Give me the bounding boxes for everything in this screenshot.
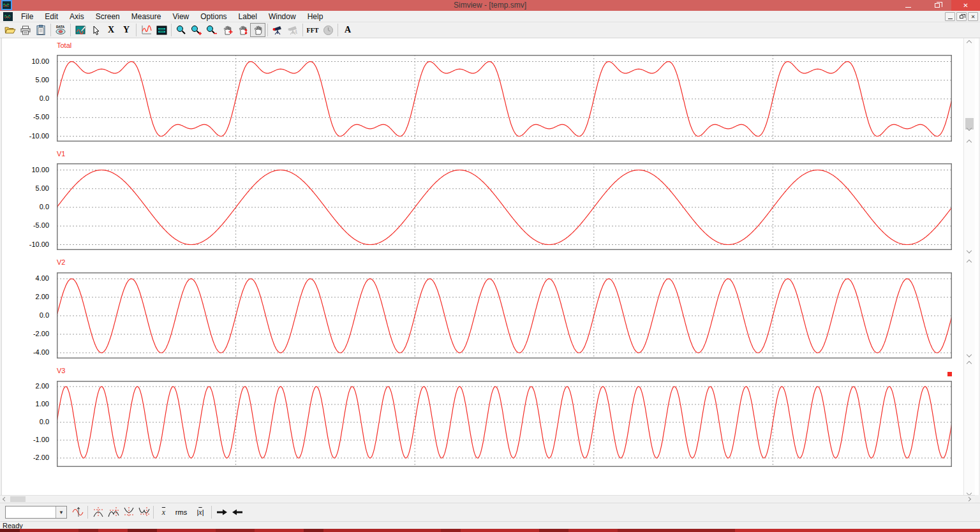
y-tick-label: -10.00 bbox=[29, 132, 49, 140]
scroll-left-icon[interactable] bbox=[3, 497, 7, 501]
document-icon[interactable] bbox=[3, 12, 13, 21]
curve-select-input[interactable] bbox=[6, 506, 56, 518]
plot-v1[interactable] bbox=[57, 163, 952, 250]
svg-text:A: A bbox=[293, 29, 297, 35]
close-button[interactable]: ✕ bbox=[951, 0, 980, 11]
plot-v2[interactable] bbox=[57, 272, 952, 358]
child-minimize-button[interactable] bbox=[945, 12, 955, 21]
plot-title-v1: V1 bbox=[57, 150, 65, 158]
scrollbar-thumb[interactable] bbox=[10, 496, 26, 502]
telescope-icon bbox=[272, 25, 284, 35]
zoom-out-button[interactable] bbox=[204, 23, 219, 37]
fft-button[interactable]: FFT bbox=[305, 23, 320, 37]
menu-screen[interactable]: Screen bbox=[90, 11, 126, 22]
graph-properties-button[interactable] bbox=[73, 23, 88, 37]
add-text-button[interactable]: A bbox=[340, 23, 355, 37]
child-restore-button[interactable] bbox=[956, 12, 967, 21]
scroll-up-icon[interactable] bbox=[967, 260, 972, 265]
y-tick-label: 0.0 bbox=[40, 311, 49, 319]
telescope-gray-icon: A bbox=[287, 25, 299, 35]
zoom-button[interactable] bbox=[174, 23, 189, 37]
clipboard-icon bbox=[36, 25, 45, 35]
measure-button[interactable] bbox=[270, 23, 285, 37]
clock-gray-icon bbox=[323, 25, 334, 36]
print-button[interactable] bbox=[18, 23, 33, 37]
toolbar-separator bbox=[136, 24, 137, 36]
scroll-up-icon[interactable] bbox=[967, 361, 972, 366]
abs-mean-button[interactable]: |x| bbox=[191, 505, 209, 519]
y-tick-label: -5.00 bbox=[33, 221, 49, 229]
y-tick-label: 10.00 bbox=[31, 57, 49, 65]
pan-add-button[interactable] bbox=[219, 23, 235, 37]
menu-window[interactable]: Window bbox=[263, 11, 302, 22]
arrow-left-icon bbox=[232, 508, 243, 516]
combo-dropdown-button[interactable]: ▼ bbox=[56, 506, 66, 518]
curve-select-combo[interactable]: ▼ bbox=[5, 506, 67, 519]
rms-button[interactable]: rms bbox=[172, 505, 191, 519]
find-max-button[interactable] bbox=[91, 505, 105, 519]
find-next-min-button[interactable] bbox=[137, 505, 151, 519]
next-valley-icon bbox=[138, 506, 151, 518]
plot-title-v2: V2 bbox=[57, 258, 65, 266]
toolbar-separator bbox=[267, 24, 268, 36]
menu-measure[interactable]: Measure bbox=[126, 11, 167, 22]
scroll-right-icon[interactable] bbox=[967, 497, 971, 501]
open-folder-icon bbox=[4, 26, 16, 34]
save-data-button[interactable]: DATA bbox=[53, 23, 68, 37]
restore-button[interactable] bbox=[923, 0, 951, 11]
menu-label[interactable]: Label bbox=[233, 11, 263, 22]
menu-axis[interactable]: Axis bbox=[64, 11, 90, 22]
y-tick-label: -2.00 bbox=[33, 454, 49, 461]
y-axis-button[interactable]: Y bbox=[119, 23, 134, 37]
horizontal-scrollbar[interactable] bbox=[0, 495, 975, 503]
child-close-button[interactable]: ✕ bbox=[968, 12, 978, 21]
plot-v3[interactable] bbox=[57, 381, 952, 467]
selected-plot-handle[interactable] bbox=[947, 372, 952, 376]
mean-label: x bbox=[162, 508, 165, 517]
pan-move-button[interactable] bbox=[235, 23, 250, 37]
plot-total[interactable] bbox=[57, 55, 952, 142]
scroll-down-icon[interactable] bbox=[967, 352, 972, 357]
prev-page-button[interactable] bbox=[230, 505, 244, 519]
vertical-scrollbar[interactable] bbox=[963, 38, 975, 495]
zoom-in-button[interactable] bbox=[189, 23, 204, 37]
menu-view[interactable]: View bbox=[167, 11, 195, 22]
next-page-button[interactable] bbox=[214, 505, 229, 519]
y-tick-label: -1.00 bbox=[33, 436, 49, 443]
main-toolbar: DATA X Y A FFT A bbox=[0, 22, 980, 38]
select-button[interactable] bbox=[88, 23, 103, 37]
mean-button[interactable]: x bbox=[156, 505, 171, 519]
y-tick-label: 0.0 bbox=[40, 418, 49, 425]
plot-title-total: Total bbox=[57, 41, 71, 49]
scroll-down-icon[interactable] bbox=[967, 248, 972, 253]
scroll-up-icon[interactable] bbox=[967, 140, 972, 145]
magnifier-minus-icon bbox=[206, 25, 218, 36]
scroll-up-icon[interactable] bbox=[967, 40, 972, 45]
y-tick-label: -2.00 bbox=[33, 330, 49, 337]
menu-edit[interactable]: Edit bbox=[39, 11, 64, 22]
measure-disabled-button[interactable]: A bbox=[285, 23, 301, 37]
arrow-right-icon bbox=[216, 508, 228, 516]
data-disc-icon: DATA bbox=[55, 25, 66, 35]
find-next-max-button[interactable] bbox=[106, 505, 121, 519]
x-axis-button[interactable]: X bbox=[103, 23, 119, 37]
find-min-button[interactable] bbox=[121, 505, 136, 519]
toolbar-separator bbox=[338, 24, 338, 36]
peak-icon bbox=[92, 506, 105, 518]
hand-button[interactable] bbox=[250, 23, 265, 37]
y-tick-label: 2.00 bbox=[36, 293, 49, 300]
y-tick-label: -4.00 bbox=[33, 348, 49, 356]
y-tick-label: 0.0 bbox=[40, 94, 49, 102]
add-curve-button[interactable] bbox=[138, 23, 154, 37]
menu-file[interactable]: File bbox=[15, 11, 39, 22]
menu-help[interactable]: Help bbox=[302, 11, 329, 22]
open-button[interactable] bbox=[3, 23, 18, 37]
screen-button[interactable] bbox=[154, 23, 169, 37]
paste-button[interactable] bbox=[33, 23, 48, 37]
menu-bar: FileEditAxisScreenMeasureViewOptionsLabe… bbox=[0, 11, 980, 22]
minimize-button[interactable] bbox=[894, 0, 923, 11]
menu-options[interactable]: Options bbox=[195, 11, 232, 22]
magnifier-plus-icon bbox=[191, 25, 202, 36]
cursor-wave-button[interactable] bbox=[71, 505, 85, 519]
valley-icon bbox=[122, 506, 135, 518]
